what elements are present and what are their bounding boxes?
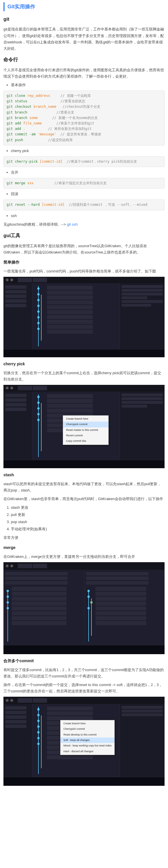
heading-git: git	[3, 15, 165, 24]
paragraph: 非常方便	[3, 535, 165, 541]
screenshot-gitkraken-cherrypick: Create branch here Cherrypick commit Res…	[3, 385, 165, 468]
heading-cli: 命令行	[3, 56, 165, 64]
list-item: stash 更改	[11, 504, 165, 511]
heading-gui: gui工具	[3, 232, 165, 240]
list-item: 回滚	[11, 191, 165, 197]
screenshot-gitkraken-reset: Create branch here Cherrypick commit Res…	[3, 697, 165, 786]
link-git-ssh[interactable]: git ssh	[67, 222, 78, 226]
paragraph: 一些克隆仓库，pull代码，commit代码，push代码等操作相当简单，就不多…	[3, 268, 165, 275]
list-item: 基本操作	[11, 82, 165, 88]
paragraph: git是现在最流行的版本管理工具，应用范围非常广泛，工作中基本都会用到（除了一些…	[3, 26, 165, 52]
menu-item[interactable]: Cherrypick commit	[60, 726, 114, 732]
menu-item-hard[interactable]: Hard - discard all changes	[60, 749, 114, 754]
paragraph: 在GitKraken上，merge分支更方便，直接将另一分支拖动到当前分支，即可…	[3, 554, 165, 560]
list-item: ssh	[11, 213, 165, 219]
paragraph: 在GitKraken里，stash也非常简单，而且每次pull代码时，GitKr…	[3, 496, 165, 502]
paragraph: 操作，右击第一个commit的前一个提交，选择reset to this com…	[3, 682, 165, 694]
list-item: pop stash	[11, 519, 165, 525]
paragraph: 个人并不是很完全使用命令行来进行所有的git操作的，使用图形化工具真的会方便很多…	[3, 67, 165, 80]
heading-cherrypick: cherry pick	[3, 361, 165, 368]
page-title-bar: Git实用操作	[3, 2, 165, 11]
list-item: cherry pick	[11, 148, 165, 154]
heading-simple: 简单操作	[3, 259, 165, 266]
code-block-cherry: git cherry-pick [commit-id] //将某个commit，…	[3, 156, 165, 167]
screenshot-gitkraken-basic	[3, 277, 165, 357]
page-title: Git实用操作	[7, 2, 165, 11]
menu-item[interactable]: Copy commit sha	[63, 438, 109, 444]
paragraph: 见gitoschina的教程，讲得很详细。--> git ssh	[3, 221, 165, 228]
menu-item-reset[interactable]: Reset develop to this commit	[60, 732, 114, 738]
paragraph: git的图像化管理工具有两个是比较推荐用的，sourceTree以及GitKra…	[3, 243, 165, 255]
menu-item[interactable]: Create branch here	[63, 416, 109, 422]
list-item: 手动处理冲突(如果有)	[11, 526, 165, 532]
heading-stash: stash	[3, 472, 165, 478]
heading-multi-commit: 合并多个commit	[3, 658, 165, 664]
paragraph: stash可以把所有的未提交更改暂存起来。本地代码做了更改，可以先stash起来…	[3, 481, 165, 494]
menu-item-mixed[interactable]: Mixed - keep working copy but reset inde…	[60, 743, 114, 748]
code-block-basic: git clone rep_address // 克隆一个远程库git stat…	[3, 91, 165, 146]
menu-item[interactable]: Revert commit	[63, 433, 109, 438]
paragraph: 有时提交了很多commit，比如有1，2，3，共三个commit，这三个comm…	[3, 667, 165, 679]
code-block-merge: git merge xxx //将某个指定分支合并到当前分支	[3, 178, 165, 189]
menu-item[interactable]: Create branch here	[60, 721, 114, 726]
screenshot-gitkraken-merge	[3, 562, 165, 654]
code-block-reset: git reset --hard [commit-id] //回退到某个comm…	[3, 199, 165, 210]
context-menu: Create branch here Cherrypick commit Res…	[63, 415, 109, 445]
list-item: pull 更新	[11, 512, 165, 518]
list-item: 合并	[11, 169, 165, 176]
menu-item-soft[interactable]: Soft - keep all changes	[60, 738, 114, 743]
paragraph: 切换分支，然后在另一个分支上的某个commit上右击，选择cherry pick…	[3, 370, 165, 382]
menu-item-cherrypick[interactable]: Cherrypick commit	[63, 422, 109, 427]
menu-item[interactable]: Reset master to this commit	[63, 427, 109, 433]
context-menu: Create branch here Cherrypick commit Res…	[60, 720, 115, 755]
heading-merge: merge	[3, 545, 165, 551]
